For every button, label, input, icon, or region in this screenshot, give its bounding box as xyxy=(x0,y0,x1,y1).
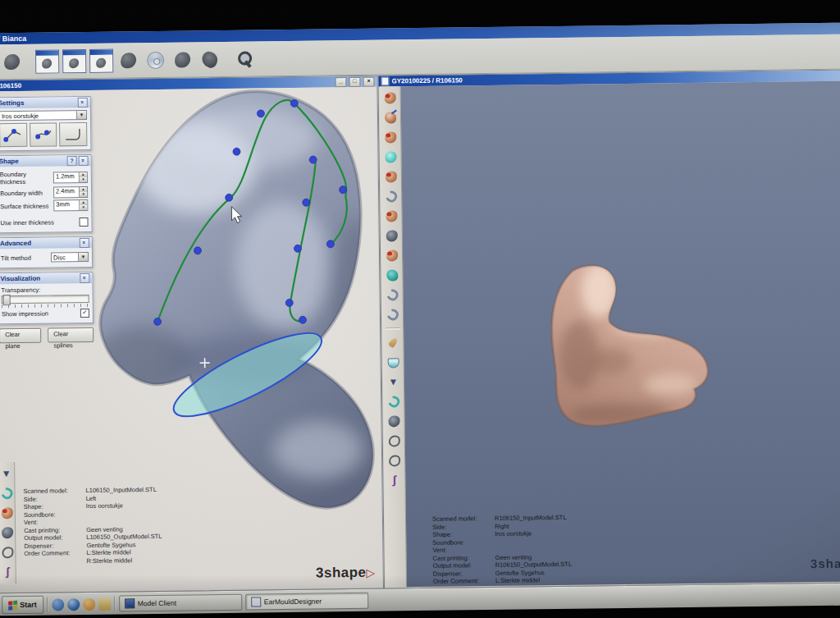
info-value: R106150_InputModel.STL xyxy=(495,514,567,523)
info-value: Iros oorstukje xyxy=(86,501,123,510)
info-value: Geen venting xyxy=(86,525,123,533)
maximize-icon[interactable]: □ xyxy=(349,76,360,86)
field-label: Boundary width xyxy=(0,189,53,197)
collapse-icon[interactable]: » xyxy=(80,272,89,282)
settings-title: Settings xyxy=(0,99,24,107)
dark-model-icon[interactable] xyxy=(0,524,16,541)
ear-impression-icon[interactable] xyxy=(0,505,15,521)
ear-impression-icon[interactable] xyxy=(383,208,399,224)
clear-plane-button[interactable]: Clear plane xyxy=(0,328,41,344)
tilt-method-label: Tilt method xyxy=(1,254,51,262)
chevron-down-icon[interactable]: ▼ xyxy=(78,253,88,261)
collapse-icon[interactable]: » xyxy=(80,237,89,247)
squiggle-tool-icon[interactable] xyxy=(0,564,16,580)
search-icon[interactable] xyxy=(233,47,257,71)
clear-splines-button[interactable]: Clear splines xyxy=(48,327,94,343)
info-label xyxy=(25,557,87,565)
quick-launch-icon-4[interactable] xyxy=(98,597,111,610)
window-ear-icon-1[interactable] xyxy=(35,49,59,73)
collapse-icon[interactable]: » xyxy=(79,155,89,165)
quick-launch-icon-1[interactable] xyxy=(52,598,64,611)
inner-thickness-checkbox[interactable] xyxy=(79,217,88,227)
disc-icon[interactable] xyxy=(144,48,167,71)
rotate-icon[interactable] xyxy=(383,188,399,204)
chevron-down-icon[interactable]: ▼ xyxy=(76,111,86,119)
ear-impression-icon[interactable] xyxy=(382,129,399,145)
shape-field-row: Surface thickness 3mm ▲▼ xyxy=(0,199,88,212)
model-tilt-icon[interactable] xyxy=(198,47,221,71)
ear-impression-icon[interactable] xyxy=(381,89,398,106)
toolbar-gap[interactable] xyxy=(27,50,32,72)
close-icon[interactable]: × xyxy=(363,76,374,86)
settings-panel: Settings » Iros oorstukje ▼ xyxy=(0,96,94,343)
main-title: / Bianca xyxy=(0,34,26,43)
value-spinner[interactable]: 3mm ▲▼ xyxy=(53,199,88,212)
right-3d-viewport[interactable]: Scanned model: R106150_InputModel.STL Si… xyxy=(401,81,840,588)
arrow-down-icon[interactable] xyxy=(385,373,401,390)
minimize-icon[interactable]: _ xyxy=(335,77,346,87)
ear-outline-icon[interactable] xyxy=(386,452,402,469)
transparency-slider[interactable] xyxy=(2,295,89,308)
ear-model-icon[interactable] xyxy=(0,49,24,73)
ear-impression-icon[interactable] xyxy=(383,247,399,263)
help-icon[interactable]: ? xyxy=(67,156,77,166)
ear-impression-icon[interactable] xyxy=(382,168,399,185)
rotate-icon[interactable] xyxy=(384,306,400,323)
quick-launch-icon-2[interactable] xyxy=(67,598,80,611)
teal-rotate-icon[interactable] xyxy=(386,393,402,410)
slider-thumb[interactable] xyxy=(3,295,11,305)
ear-edit-icon[interactable] xyxy=(381,109,398,126)
ear-mold-model xyxy=(401,81,840,587)
start-button[interactable]: Start xyxy=(2,596,43,615)
ear-outline-icon[interactable] xyxy=(386,433,402,449)
corner-line-tool-button[interactable] xyxy=(59,122,87,146)
shape-type-dropdown[interactable]: Iros oorstukje ▼ xyxy=(0,110,87,121)
info-label xyxy=(433,584,495,587)
show-impression-label: Show impression xyxy=(2,309,80,318)
taskbar-button-model-client[interactable]: Model Client xyxy=(119,594,242,612)
task-button-label: Model Client xyxy=(138,599,176,608)
screen: / Bianca xyxy=(0,23,840,615)
quick-launch-icon-3[interactable] xyxy=(83,597,95,610)
spline-tool-button-2[interactable] xyxy=(30,122,57,146)
value-spinner[interactable]: 2.4mm ▲▼ xyxy=(53,186,88,199)
taskbar-button-earmoulddesigner[interactable]: EarMouldDesigner xyxy=(245,593,368,611)
window-ear-icon-2[interactable] xyxy=(62,48,86,72)
teal-dark-model-icon[interactable] xyxy=(384,267,400,283)
info-value: L106150_InputModel.STL xyxy=(85,486,156,495)
inner-thickness-label: Use inner thickness xyxy=(0,218,79,227)
left-model-window: L106150 _ □ × xyxy=(0,76,384,594)
show-impression-checkbox[interactable]: ✓ xyxy=(80,309,89,318)
value-spinner[interactable]: 1.2mm ▲▼ xyxy=(53,172,88,184)
spline-tool-button-1[interactable] xyxy=(0,123,27,147)
model-dark-icon[interactable] xyxy=(171,48,194,71)
dark-model-icon[interactable] xyxy=(386,413,402,429)
squiggle-tool-icon[interactable] xyxy=(386,472,403,488)
ear-outline-icon[interactable] xyxy=(0,544,16,561)
canal-shape-icon[interactable] xyxy=(385,334,401,350)
left-order-info: Scanned model: L106150_InputModel.STL Si… xyxy=(23,486,162,565)
info-value: Geen venting xyxy=(495,553,532,561)
visualization-title: Visualization xyxy=(0,275,40,283)
tilt-method-dropdown[interactable]: Disc ▼ xyxy=(51,252,89,263)
field-label: Surface thickness xyxy=(0,202,53,210)
tilt-method-value: Disc xyxy=(52,254,78,261)
visualization-section: Visualization » Transparency: xyxy=(0,272,94,324)
cup-icon[interactable] xyxy=(385,354,401,370)
dark-model-icon[interactable] xyxy=(383,227,399,244)
separator[interactable] xyxy=(385,326,401,331)
toolbar-gap[interactable] xyxy=(225,48,230,70)
window-ear-icon-3[interactable] xyxy=(89,48,113,72)
left-3d-viewport[interactable]: Settings » Iros oorstukje ▼ xyxy=(0,87,382,593)
document-icon xyxy=(381,76,389,85)
info-value: Left xyxy=(86,494,97,502)
rotate-icon[interactable] xyxy=(384,286,400,303)
teal-model-icon[interactable] xyxy=(382,149,399,165)
model-icon[interactable] xyxy=(116,48,140,72)
workspace: L106150 _ □ × xyxy=(0,70,840,594)
arrow-down-icon[interactable] xyxy=(0,465,15,482)
collapse-icon[interactable]: » xyxy=(78,97,88,107)
shape-type-value: Iros oorstukje xyxy=(0,112,76,120)
shape-section: Shape ? » Boundary thickness xyxy=(0,154,93,233)
teal-rotate-icon[interactable] xyxy=(0,485,15,501)
